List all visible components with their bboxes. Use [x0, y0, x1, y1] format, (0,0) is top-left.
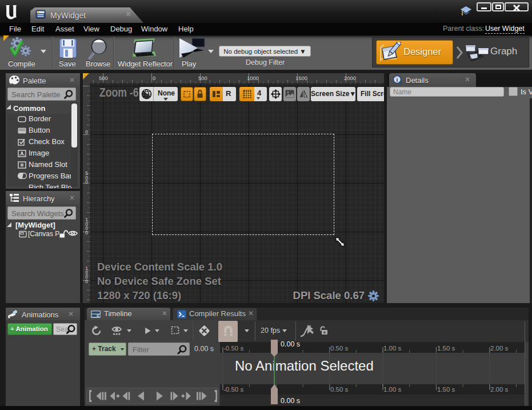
svg-text:i: i [397, 77, 398, 83]
